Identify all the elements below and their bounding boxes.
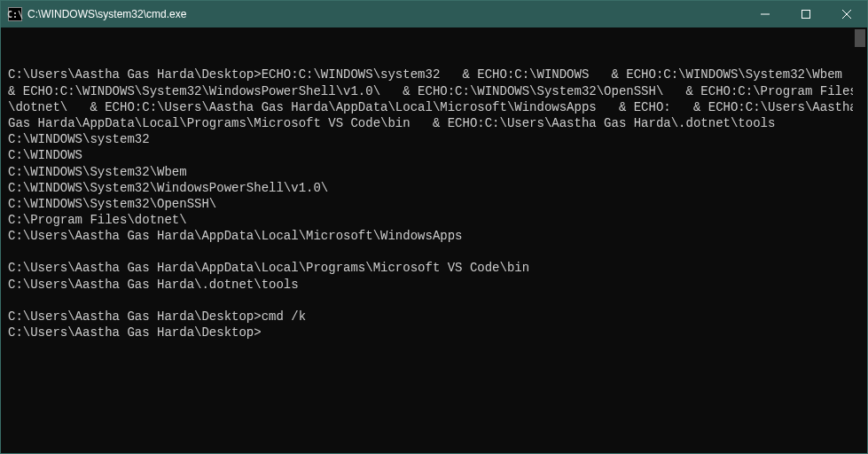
terminal-line: C:\WINDOWS\System32\WindowsPowerShell\v1… xyxy=(8,180,860,196)
terminal-line: C:\Users\Aastha Gas Harda\.dotnet\tools xyxy=(8,277,860,293)
terminal-line: C:\WINDOWS xyxy=(8,147,860,163)
minimize-icon xyxy=(761,10,770,19)
terminal-line: C:\Users\Aastha Gas Harda\AppData\Local\… xyxy=(8,228,860,244)
terminal-line: C:\Users\Aastha Gas Harda\Desktop>ECHO:C… xyxy=(8,67,860,131)
terminal-line: C:\WINDOWS\System32\OpenSSH\ xyxy=(8,196,860,212)
titlebar[interactable]: C:\ C:\WINDOWS\system32\cmd.exe xyxy=(1,1,867,27)
close-icon xyxy=(842,10,851,19)
terminal-line xyxy=(8,244,860,260)
terminal-line xyxy=(8,293,860,309)
terminal-line: C:\Users\Aastha Gas Harda\Desktop>cmd /k xyxy=(8,309,860,325)
minimize-button[interactable] xyxy=(745,1,786,27)
terminal-line: C:\WINDOWS\System32\Wbem xyxy=(8,164,860,180)
terminal-line: C:\Program Files\dotnet\ xyxy=(8,212,860,228)
terminal-output[interactable]: C:\Users\Aastha Gas Harda\Desktop>ECHO:C… xyxy=(1,27,867,453)
maximize-button[interactable] xyxy=(786,1,826,27)
close-button[interactable] xyxy=(826,1,867,27)
scrollbar[interactable] xyxy=(853,27,867,453)
maximize-icon xyxy=(802,10,810,19)
terminal-line: C:\Users\Aastha Gas Harda\Desktop> xyxy=(8,325,860,340)
scroll-thumb[interactable] xyxy=(855,29,865,47)
titlebar-left: C:\ C:\WINDOWS\system32\cmd.exe xyxy=(1,7,186,21)
terminal-line: C:\WINDOWS\system32 xyxy=(8,131,860,147)
terminal-line: C:\Users\Aastha Gas Harda\AppData\Local\… xyxy=(8,260,860,276)
window-controls xyxy=(745,1,867,27)
cmd-window: C:\ C:\WINDOWS\system32\cmd.exe C:\Users… xyxy=(0,0,868,454)
cmd-icon: C:\ xyxy=(8,7,22,21)
svg-rect-1 xyxy=(802,11,810,19)
window-title: C:\WINDOWS\system32\cmd.exe xyxy=(27,8,186,20)
